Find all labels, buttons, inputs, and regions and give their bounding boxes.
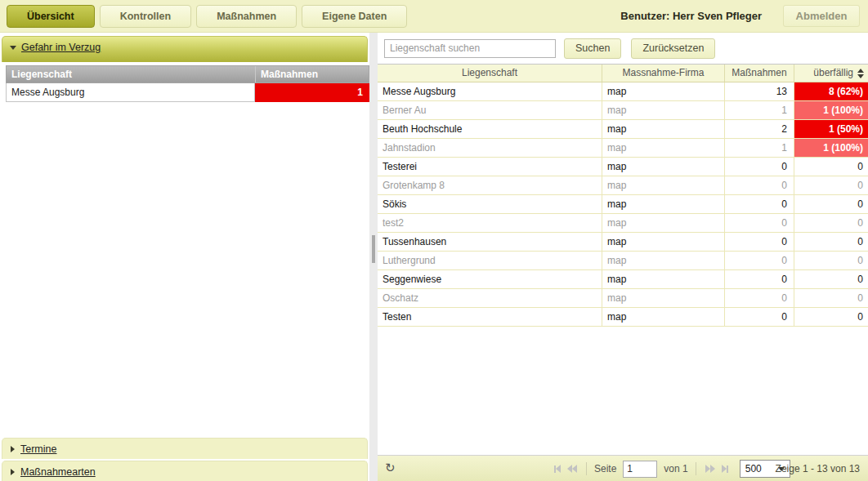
cell-firma: map <box>602 252 725 269</box>
cell-massnahmen: 1 <box>725 101 794 119</box>
cell-liegenschaft: Messe Augsburg <box>378 82 602 100</box>
table-row[interactable]: Luthergrund map 0 0 <box>378 252 868 270</box>
cell-firma: map <box>602 195 725 213</box>
sort-icon[interactable] <box>857 69 864 78</box>
tab-uebersicht[interactable]: Übersicht <box>7 5 95 28</box>
col-header-firma[interactable]: Massnahme-Firma <box>602 65 725 82</box>
cell-firma: map <box>602 101 725 119</box>
cell-ueberfaellig: 0 <box>794 214 868 232</box>
cell-liegenschaft: Testen <box>378 308 602 326</box>
cell-massnahmen: 0 <box>725 195 794 213</box>
cell-massnahmen: 0 <box>725 214 794 232</box>
cell-massnahmen: 0 <box>725 289 794 307</box>
table-row[interactable]: Seggenwiese map 0 0 <box>378 270 868 289</box>
cell-ueberfaellig: 1 (100%) <box>794 101 868 119</box>
table-body: Messe Augsburg map 13 8 (62%) Berner Au … <box>378 82 868 327</box>
table-row[interactable]: Grotenkamp 8 map 0 0 <box>378 176 868 195</box>
accordion-gefahr-label[interactable]: Gefahr im Verzug <box>21 42 101 53</box>
tab-massnahmen[interactable]: Maßnahmen <box>196 5 297 28</box>
sidebar-col-massnahmen: Maßnahmen <box>256 66 369 82</box>
pagination-status: Zeige 1 - 13 von 13 <box>776 463 860 474</box>
cell-liegenschaft: Testerei <box>378 158 602 176</box>
table-row[interactable]: Jahnstadion map 1 1 (100%) <box>378 139 868 158</box>
cell-ueberfaellig: 0 <box>794 233 868 251</box>
cell-massnahmen: 0 <box>725 270 794 288</box>
sidebar-cell-liegenschaft: Messe Augsburg <box>6 83 255 102</box>
cell-firma: map <box>602 176 725 194</box>
table-row[interactable]: Tussenhausen map 0 0 <box>378 233 868 252</box>
cell-firma: map <box>602 270 725 288</box>
tab-eigene-daten[interactable]: Eigene Daten <box>302 5 407 28</box>
cell-liegenschaft: Luthergrund <box>378 252 602 269</box>
cell-liegenschaft: Berner Au <box>378 101 602 119</box>
table-row[interactable]: Berner Au map 1 1 (100%) <box>378 101 868 120</box>
col-header-ueberfaellig-label: überfällig <box>813 65 853 82</box>
table-row[interactable]: Messe Augsburg map 13 8 (62%) <box>378 82 868 101</box>
logout-button[interactable]: Abmelden <box>783 5 860 27</box>
table-row[interactable]: Testen map 0 0 <box>378 308 868 327</box>
page-label: Seite <box>594 463 616 474</box>
search-input[interactable] <box>384 39 556 58</box>
table-row[interactable]: Beuth Hochschule map 2 1 (50%) <box>378 120 868 139</box>
cell-liegenschaft: Tussenhausen <box>378 233 602 251</box>
pagination-controls: Seite von 1 500 <box>551 456 790 481</box>
col-header-massnahmen[interactable]: Maßnahmen <box>725 65 794 82</box>
pagination-bar: ↻ Seite von 1 500 Zeige 1 - 13 von 13 <box>378 455 868 481</box>
cell-firma: map <box>602 120 725 138</box>
reset-button[interactable]: Zurücksetzen <box>631 38 715 59</box>
last-page-icon[interactable] <box>722 465 728 473</box>
cell-liegenschaft: Seggenwiese <box>378 270 602 288</box>
cell-liegenschaft: Grotenkamp 8 <box>378 176 602 194</box>
current-user-label: Benutzer: Herr Sven Pfleger <box>620 10 762 22</box>
cell-ueberfaellig: 0 <box>794 308 868 326</box>
sidebar: Gefahr im Verzug Liegenschaft Maßnahmen … <box>0 33 369 481</box>
cell-liegenschaft: Sökis <box>378 195 602 213</box>
cell-firma: map <box>602 308 725 326</box>
splitter-drag-handle-icon[interactable] <box>372 235 375 263</box>
user-area: Benutzer: Herr Sven Pfleger Abmelden <box>620 5 860 27</box>
cell-liegenschaft: Oschatz <box>378 289 602 307</box>
cell-firma: map <box>602 289 725 307</box>
cell-massnahmen: 0 <box>725 252 794 269</box>
accordion-termine-label[interactable]: Termine <box>20 443 56 455</box>
cell-massnahmen: 0 <box>725 233 794 251</box>
separator <box>696 462 696 475</box>
table-row[interactable]: Oschatz map 0 0 <box>378 289 868 308</box>
accordion-gefahr-im-verzug[interactable]: Gefahr im Verzug <box>2 36 368 62</box>
cell-ueberfaellig: 0 <box>794 289 868 307</box>
next-page-icon[interactable] <box>705 465 715 473</box>
page-number-input[interactable] <box>623 461 657 478</box>
table-row[interactable]: Sökis map 0 0 <box>378 195 868 214</box>
top-navigation-bar: Übersicht Kontrollen Maßnahmen Eigene Da… <box>0 0 868 33</box>
sidebar-table-row[interactable]: Messe Augsburg 1 <box>6 83 369 102</box>
cell-massnahmen: 0 <box>725 308 794 326</box>
refresh-icon[interactable]: ↻ <box>385 461 396 475</box>
table-header-row: Liegenschaft Massnahme-Firma Maßnahmen ü… <box>378 64 868 82</box>
col-header-liegenschaft[interactable]: Liegenschaft <box>378 65 602 82</box>
cell-ueberfaellig: 0 <box>794 270 868 288</box>
search-button[interactable]: Suchen <box>564 38 621 59</box>
cell-liegenschaft: Beuth Hochschule <box>378 120 602 138</box>
table-row[interactable]: Testerei map 0 0 <box>378 158 868 176</box>
first-page-icon[interactable] <box>554 465 561 473</box>
sidebar-table-header: Liegenschaft Maßnahmen <box>6 65 369 83</box>
accordion-termine[interactable]: Termine <box>2 438 368 459</box>
cell-massnahmen: 2 <box>725 120 794 138</box>
tab-kontrollen[interactable]: Kontrollen <box>100 5 192 28</box>
col-header-ueberfaellig[interactable]: überfällig <box>794 65 868 82</box>
previous-page-icon[interactable] <box>567 465 577 473</box>
cell-firma: map <box>602 82 725 100</box>
panel-splitter[interactable] <box>369 33 378 481</box>
main-tabs: Übersicht Kontrollen Maßnahmen Eigene Da… <box>7 5 407 28</box>
cell-ueberfaellig: 0 <box>794 176 868 194</box>
cell-firma: map <box>602 233 725 251</box>
cell-ueberfaellig: 1 (100%) <box>794 139 868 157</box>
table-row[interactable]: test2 map 0 0 <box>378 214 868 233</box>
chevron-right-icon <box>11 469 15 475</box>
accordion-massnahmearten-label[interactable]: Maßnahmearten <box>20 466 96 478</box>
cell-massnahmen: 0 <box>725 158 794 176</box>
cell-ueberfaellig: 0 <box>794 252 868 269</box>
accordion-massnahmearten[interactable]: Maßnahmearten <box>2 461 368 481</box>
search-toolbar: Suchen Zurücksetzen <box>378 33 868 64</box>
main-panel: Suchen Zurücksetzen Liegenschaft Massnah… <box>378 33 868 481</box>
